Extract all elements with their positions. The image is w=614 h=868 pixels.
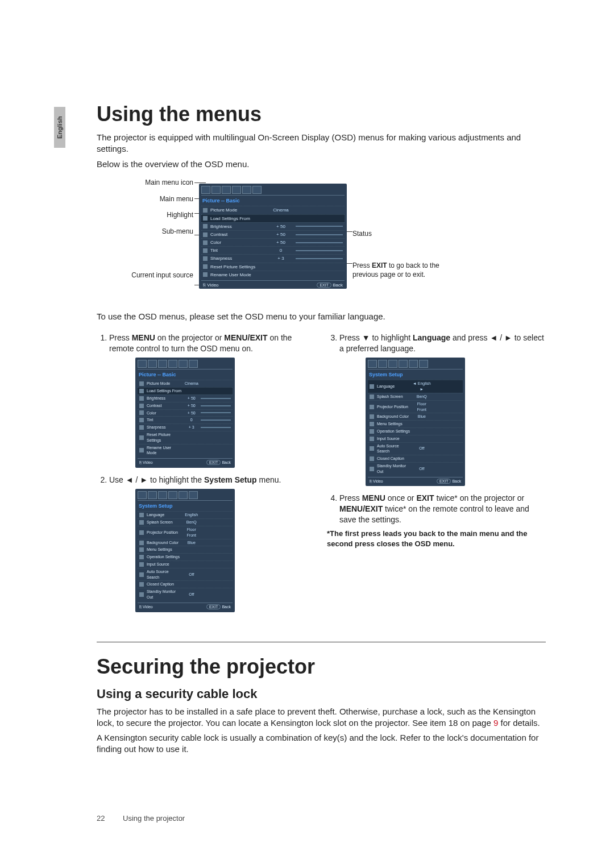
section-divider [97, 642, 546, 642]
label-main-menu: Main menu [114, 194, 193, 204]
osd-panel-step2: System SetupLanguageEnglishSplash Screen… [135, 489, 235, 612]
label-current-input: Current input source [114, 271, 193, 280]
label-highlight: Highlight [114, 210, 193, 220]
step-3: Press ▼ to highlight Language and press … [339, 333, 546, 486]
page: English Using the menus The projector is… [0, 0, 614, 868]
star-note: *The first press leads you back to the m… [327, 529, 546, 549]
osd-overview-diagram: Main menu icon Main menu Highlight Sub-m… [97, 178, 546, 303]
osd-panel-step1: Picture -- BasicPicture ModeCinemaLoad S… [135, 358, 235, 468]
label-main-menu-icon: Main menu icon [114, 178, 193, 188]
osd-panel-big: Picture -- BasicPicture ModeCinemaLoad S… [199, 184, 347, 289]
heading-securing: Securing the projector [97, 655, 546, 679]
secure-para-1: The projector has to be installed in a s… [97, 706, 546, 729]
label-sub-menu: Sub-menu [114, 227, 193, 236]
secure-para-2: A Kensington security cable lock is usua… [97, 732, 546, 755]
intro-para-1: The projector is equipped with multiling… [97, 132, 546, 155]
step-4: Press MENU once or EXIT twice* on the pr… [339, 493, 546, 525]
heading-cable-lock: Using a security cable lock [97, 687, 546, 701]
language-tab: English [54, 107, 65, 148]
page-number: 22 [97, 814, 105, 823]
heading-using-menus: Using the menus [97, 102, 546, 126]
right-column: Press ▼ to highlight Language and press … [327, 329, 546, 619]
footer-section-name: Using the projector [123, 814, 185, 823]
page-footer: 22 Using the projector [97, 814, 185, 823]
intro-para-2: Below is the overview of the OSD menu. [97, 159, 546, 170]
left-column: Press MENU on the projector or MENU/EXIT… [97, 329, 316, 619]
label-status: Status [352, 229, 449, 238]
post-overview-text: To use the OSD menus, please set the OSD… [97, 311, 546, 322]
step-2: Use ◄ / ► to highlight the System Setup … [109, 475, 316, 612]
step-1: Press MENU on the projector or MENU/EXIT… [109, 333, 316, 468]
label-exit-note: Press EXIT to go back to the previous pa… [352, 261, 449, 279]
osd-panel-step3: System SetupLanguage◄ English ►Splash Sc… [366, 358, 465, 487]
